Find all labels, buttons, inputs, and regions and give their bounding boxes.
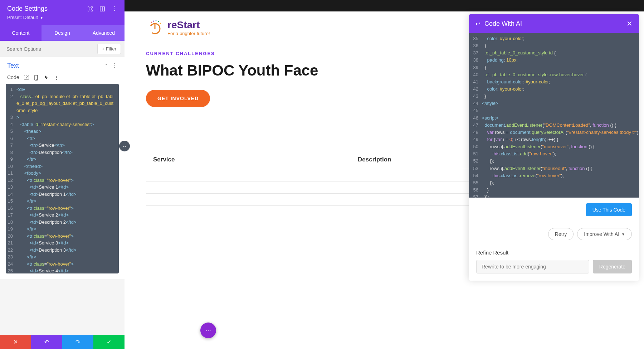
bottom-action-bar: ✕ ↶ ↷ ✓ [0, 335, 125, 349]
svg-point-8 [153, 21, 154, 22]
logo-text-main: reStart [167, 19, 210, 31]
code-label-row: Code ? ⋮ [0, 73, 125, 84]
undo-button[interactable]: ↶ [31, 335, 62, 349]
ai-code-output[interactable]: 35 color: #your-color;36 }37 .et_pb_tabl… [469, 33, 639, 198]
svg-rect-0 [89, 8, 91, 10]
ai-panel-title: Code With AI [484, 20, 522, 28]
page-headline: What BIPOC Youth Face [146, 62, 479, 79]
ai-primary-actions: Use This Code [469, 198, 639, 222]
refine-input[interactable] [476, 260, 589, 273]
ai-panel: ↩ Code With AI ✕ 35 color: #your-color;3… [469, 14, 639, 281]
expand-icon[interactable] [87, 6, 93, 12]
improve-with-ai-button[interactable]: Improve With AI ▼ [577, 228, 632, 240]
back-icon[interactable]: ↩ [475, 20, 480, 27]
settings-sidebar: Code Settings ⋮ Preset: Default ▼ Conten… [0, 0, 125, 279]
collapse-icon[interactable]: ⌃ [104, 63, 108, 68]
th-service: Service [146, 150, 351, 169]
tab-content[interactable]: Content [0, 25, 42, 41]
tab-advanced[interactable]: Advanced [83, 25, 125, 41]
code-label: Code [7, 74, 19, 80]
search-row: + Filter [0, 41, 125, 57]
resize-handle[interactable]: ↔ [119, 141, 130, 151]
cancel-button[interactable]: ✕ [0, 335, 31, 349]
cursor-icon[interactable] [44, 75, 49, 80]
logo-icon [146, 19, 164, 37]
svg-rect-1 [100, 7, 104, 11]
svg-point-11 [160, 23, 161, 24]
eyebrow-text: CURRENT CHALLENGES [146, 51, 479, 56]
svg-point-4 [36, 79, 36, 80]
code-editor[interactable]: 1<div2 class="et_pb_module et_pb_table e… [6, 84, 119, 273]
help-icon[interactable]: ? [24, 75, 29, 80]
mobile-icon[interactable] [34, 75, 39, 80]
preset-selector[interactable]: Preset: Default ▼ [7, 15, 117, 20]
use-this-code-button[interactable]: Use This Code [586, 203, 632, 216]
close-icon[interactable]: ✕ [626, 19, 633, 28]
more-icon[interactable]: ⋮ [112, 6, 117, 12]
settings-tabs: Content Design Advanced [0, 25, 125, 41]
text-section-title: Text [7, 62, 19, 69]
ai-secondary-actions: Retry Improve With AI ▼ [469, 222, 639, 246]
code-more-icon[interactable]: ⋮ [54, 75, 59, 80]
redo-button[interactable]: ↷ [62, 335, 93, 349]
refine-section: Refine Result Regenerate [469, 246, 639, 281]
site-logo[interactable]: reStart For a brighter future! [146, 19, 210, 37]
tab-design[interactable]: Design [42, 25, 83, 41]
regenerate-button[interactable]: Regenerate [593, 260, 632, 273]
confirm-button[interactable]: ✓ [93, 335, 125, 349]
fab-button[interactable]: ⋯ [200, 323, 216, 338]
logo-text-sub: For a brighter future! [167, 31, 210, 36]
svg-point-9 [156, 20, 157, 21]
ai-panel-header: ↩ Code With AI ✕ [469, 14, 639, 33]
sidebar-title: Code Settings [7, 5, 48, 13]
filter-button[interactable]: + Filter [97, 44, 121, 54]
svg-point-10 [158, 21, 159, 22]
sidebar-header: Code Settings ⋮ Preset: Default ▼ [0, 0, 125, 25]
search-input[interactable] [4, 44, 94, 54]
section-more-icon[interactable]: ⋮ [112, 62, 117, 69]
text-section-header: Text ⌃ ⋮ [0, 57, 125, 73]
refine-label: Refine Result [476, 249, 632, 256]
panel-icon[interactable] [99, 6, 105, 12]
retry-button[interactable]: Retry [548, 228, 574, 240]
get-involved-button[interactable]: GET INVOLVED [146, 90, 210, 107]
svg-point-7 [151, 22, 152, 23]
